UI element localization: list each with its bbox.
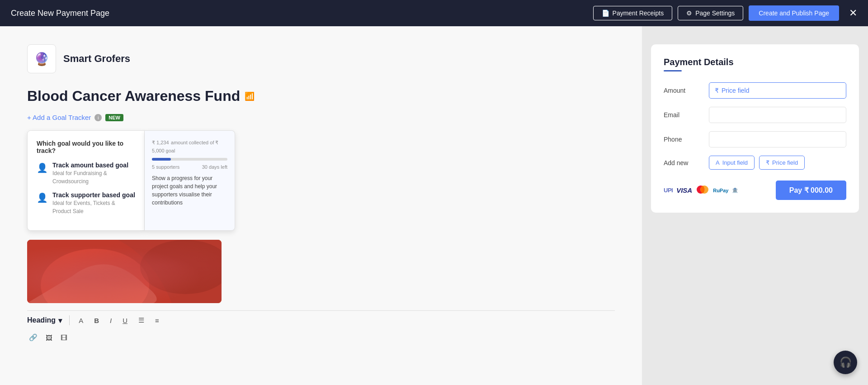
input-field-icon: A bbox=[716, 159, 720, 166]
payment-methods: UPI VISA RuPay 🏦 bbox=[664, 185, 738, 196]
amount-label: Amount bbox=[664, 87, 709, 94]
receipt-icon: 📄 bbox=[602, 10, 609, 17]
image-overlay bbox=[27, 240, 222, 303]
rupee-icon-amount: ₹ bbox=[715, 87, 719, 94]
dropdown-icon: ▾ bbox=[58, 316, 62, 325]
brand-logo: 🔮 bbox=[27, 44, 56, 73]
email-row: Email bbox=[664, 107, 846, 123]
add-price-field-button[interactable]: ₹ Price field bbox=[759, 156, 805, 170]
progress-fill bbox=[152, 158, 171, 161]
preview-amount: ₹ 1,234 amount collected of ₹ 5,000 goal bbox=[152, 138, 227, 154]
netbanking-logo: 🏦 bbox=[732, 187, 738, 193]
right-panel: Payment Details Amount ₹ Price field Ema… bbox=[642, 26, 868, 385]
add-goal-tracker-button[interactable]: + Add a Goal Tracker i NEW bbox=[27, 114, 123, 121]
wifi-icon: 📶 bbox=[245, 91, 255, 101]
email-label: Email bbox=[664, 111, 709, 119]
person-icon-amount: 👤 bbox=[37, 162, 48, 173]
add-input-field-button[interactable]: A Input field bbox=[709, 156, 755, 170]
phone-row: Phone bbox=[664, 131, 846, 147]
payment-details-title: Payment Details bbox=[664, 57, 846, 67]
mastercard-logo bbox=[696, 185, 709, 196]
upi-logo: UPI bbox=[664, 187, 673, 194]
person-icon-supporter: 👤 bbox=[37, 192, 48, 203]
heading-label: Heading ▾ bbox=[27, 316, 62, 325]
phone-input[interactable] bbox=[709, 131, 846, 147]
payment-card: Payment Details Amount ₹ Price field Ema… bbox=[651, 44, 859, 213]
payment-footer: UPI VISA RuPay 🏦 Pay ₹ 000.00 bbox=[664, 181, 846, 200]
goal-option-amount[interactable]: 👤 Track amount based goal Ideal for Fund… bbox=[37, 162, 135, 185]
amount-row: Amount ₹ Price field bbox=[664, 82, 846, 99]
gear-icon: ⚙ bbox=[686, 10, 692, 17]
campaign-title: Blood Cancer Awareness Fund 📶 bbox=[27, 88, 615, 105]
rupay-logo: RuPay bbox=[713, 188, 728, 193]
page-title: Create New Payment Page bbox=[11, 9, 109, 18]
left-panel: 🔮 Smart Grofers Blood Cancer Awareness F… bbox=[0, 26, 642, 385]
payment-receipts-button[interactable]: 📄 Payment Receipts bbox=[593, 6, 673, 20]
visa-logo: VISA bbox=[676, 186, 692, 194]
payment-title-underline bbox=[664, 70, 682, 71]
image-button[interactable]: 🖼 bbox=[44, 333, 54, 342]
campaign-image bbox=[27, 240, 222, 303]
brand-section: 🔮 Smart Grofers bbox=[27, 44, 615, 73]
svg-point-5 bbox=[701, 185, 704, 193]
help-button[interactable]: 🎧 bbox=[834, 351, 857, 374]
link-button[interactable]: 🔗 bbox=[27, 333, 39, 342]
header: Create New Payment Page 📄 Payment Receip… bbox=[0, 0, 868, 26]
logo-icon: 🔮 bbox=[34, 52, 50, 67]
goal-options-title: Which goal would you like to track? bbox=[37, 140, 135, 154]
preview-description: Show a progress for your project goals a… bbox=[152, 174, 227, 207]
header-actions: 📄 Payment Receipts ⚙ Page Settings Creat… bbox=[593, 5, 857, 21]
list-bullet-button[interactable]: ☰ bbox=[137, 315, 146, 325]
info-icon: i bbox=[94, 114, 102, 121]
rupee-icon-add: ₹ bbox=[766, 159, 769, 166]
toolbar-separator bbox=[69, 315, 70, 325]
main-layout: 🔮 Smart Grofers Blood Cancer Awareness F… bbox=[0, 26, 868, 385]
goal-options-panel: Which goal would you like to track? 👤 Tr… bbox=[27, 130, 145, 231]
add-new-buttons: A Input field ₹ Price field bbox=[709, 156, 805, 170]
page-settings-button[interactable]: ⚙ Page Settings bbox=[678, 6, 743, 20]
toolbar-icon-row: 🔗 🖼 🎞 bbox=[27, 333, 615, 342]
goal-popup: Which goal would you like to track? 👤 Tr… bbox=[27, 130, 615, 231]
brand-name: Smart Grofers bbox=[63, 53, 130, 65]
underline-button[interactable]: U bbox=[121, 316, 129, 325]
goal-option-supporter[interactable]: 👤 Track supporter based goal Ideal for E… bbox=[37, 191, 135, 215]
supporters-count: 5 supporters bbox=[152, 164, 179, 170]
embed-button[interactable]: 🎞 bbox=[59, 333, 69, 342]
bold-button[interactable]: B bbox=[92, 316, 101, 325]
phone-label: Phone bbox=[664, 136, 709, 143]
goal-preview-panel: ₹ 1,234 amount collected of ₹ 5,000 goal… bbox=[145, 130, 235, 231]
pay-button[interactable]: Pay ₹ 000.00 bbox=[776, 181, 846, 200]
preview-meta: 5 supporters 30 days left bbox=[152, 164, 227, 170]
email-input[interactable] bbox=[709, 107, 846, 123]
days-left: 30 days left bbox=[202, 164, 227, 170]
font-color-button[interactable]: A bbox=[77, 316, 85, 325]
progress-bar bbox=[152, 158, 227, 161]
amount-price-field[interactable]: ₹ Price field bbox=[709, 82, 846, 99]
add-new-label: Add new bbox=[664, 159, 709, 166]
close-button[interactable]: ✕ bbox=[849, 8, 857, 18]
price-field-label: Price field bbox=[722, 87, 749, 94]
create-publish-button[interactable]: Create and Publish Page bbox=[749, 5, 839, 21]
new-badge: NEW bbox=[105, 114, 123, 121]
italic-button[interactable]: I bbox=[108, 316, 113, 325]
headphone-icon: 🎧 bbox=[840, 356, 852, 368]
add-new-row: Add new A Input field ₹ Price field bbox=[664, 156, 846, 170]
editor-toolbar: Heading ▾ A B I U ☰ ≡ bbox=[27, 310, 615, 330]
list-ordered-button[interactable]: ≡ bbox=[153, 316, 161, 325]
